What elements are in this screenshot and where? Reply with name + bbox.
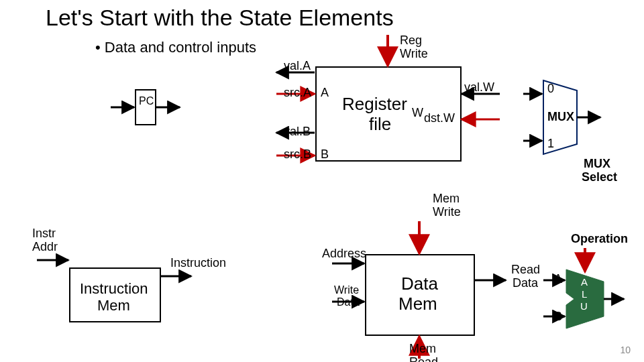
label-instrmem2: Mem bbox=[97, 297, 130, 314]
label-datamem1: Data bbox=[401, 274, 438, 294]
label-readdata1: Read bbox=[511, 263, 540, 277]
label-mux: MUX bbox=[547, 110, 574, 124]
label-portB: B bbox=[321, 147, 329, 162]
label-aluU: U bbox=[580, 300, 588, 312]
label-operation: Operation bbox=[571, 232, 628, 246]
label-mux0: 0 bbox=[547, 82, 554, 96]
page-number: 10 bbox=[620, 345, 631, 355]
label-portA: A bbox=[321, 86, 329, 100]
label-instraddr1: Instr bbox=[32, 227, 56, 241]
label-muxsel2: Select bbox=[582, 170, 617, 184]
label-regfile2: file bbox=[369, 114, 391, 135]
label-regfile1: Register bbox=[342, 94, 407, 115]
label-aluB-port: B bbox=[554, 310, 562, 324]
label-regwrite2: Write bbox=[400, 47, 428, 61]
label-datamem2: Mem bbox=[398, 294, 437, 314]
label-instraddr2: Addr bbox=[32, 240, 58, 254]
label-valB: val.B bbox=[284, 125, 311, 139]
label-regwrite1: Reg bbox=[400, 34, 422, 48]
label-valA: val.A bbox=[284, 59, 311, 73]
label-writedata2: Data bbox=[337, 296, 360, 308]
label-aluA2: A bbox=[581, 276, 588, 288]
label-srcA: src.A bbox=[284, 86, 311, 100]
label-memread1: Mem bbox=[409, 342, 436, 356]
label-aluL: L bbox=[582, 288, 587, 300]
label-pc: PC bbox=[139, 95, 154, 107]
label-muxsel1: MUX bbox=[584, 157, 610, 171]
label-dstW: dst.W bbox=[424, 111, 455, 125]
label-instrmem1: Instruction bbox=[80, 280, 148, 298]
label-instruction: Instruction bbox=[170, 256, 226, 270]
label-mux1: 1 bbox=[547, 137, 554, 151]
label-writedata1: Write bbox=[334, 284, 359, 296]
label-address: Address bbox=[322, 247, 366, 261]
label-memwrite1: Mem bbox=[433, 192, 460, 206]
label-srcB: src.B bbox=[284, 147, 311, 162]
diagram-canvas bbox=[0, 0, 644, 362]
label-memread2: Read bbox=[409, 355, 438, 362]
label-readdata2: Data bbox=[513, 276, 538, 290]
label-valW: val.W bbox=[464, 80, 494, 95]
label-aluA-port: A bbox=[554, 272, 562, 286]
label-memwrite2: Write bbox=[433, 205, 461, 219]
label-portW: W bbox=[412, 106, 423, 120]
